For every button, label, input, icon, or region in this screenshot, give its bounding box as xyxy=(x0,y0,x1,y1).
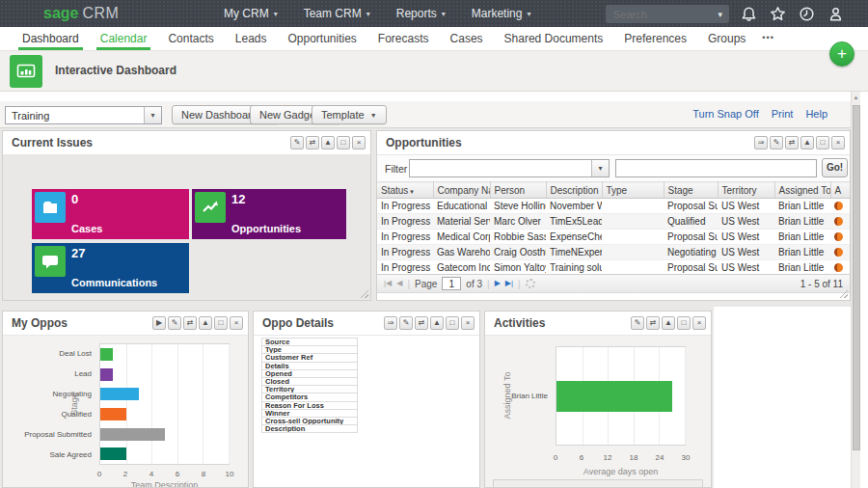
scroll-up-arrow[interactable]: ▲ xyxy=(852,92,860,104)
bell-icon[interactable] xyxy=(741,6,757,22)
chevron-down-icon[interactable]: ▾ xyxy=(591,160,609,176)
table-row[interactable]: In ProgressEducational S...Steve Holling… xyxy=(377,199,850,214)
tab-dashboard[interactable]: Dashboard xyxy=(12,27,90,50)
refresh-icon[interactable] xyxy=(526,279,535,288)
column-header-company-name[interactable]: Company Name xyxy=(433,182,490,199)
close-icon[interactable]: × xyxy=(352,136,366,149)
vertical-scrollbar[interactable]: ▲ xyxy=(851,92,860,488)
tab-preferences[interactable]: Preferences xyxy=(613,27,697,50)
go-button[interactable]: Go! xyxy=(822,158,848,177)
close-icon[interactable]: × xyxy=(692,316,706,330)
tab-opportunities[interactable]: Opportunities xyxy=(277,27,366,50)
collapse-icon[interactable]: ▲ xyxy=(662,316,675,330)
tile-cases[interactable]: 0Cases xyxy=(32,189,189,239)
prev-page-icon[interactable]: ◀ xyxy=(396,279,402,288)
collapse-icon[interactable]: ▲ xyxy=(199,316,212,330)
edit-icon[interactable]: ✎ xyxy=(631,316,644,330)
drill-icon[interactable]: ⇒ xyxy=(754,136,768,149)
tick-label: 0 xyxy=(554,453,557,462)
clock-icon[interactable] xyxy=(799,6,815,22)
play-icon[interactable]: ▶ xyxy=(152,316,166,330)
maximize-icon[interactable]: □ xyxy=(816,136,829,149)
certainty-icon xyxy=(834,202,843,210)
user-icon[interactable] xyxy=(827,6,844,22)
maximize-icon[interactable]: □ xyxy=(677,316,691,330)
tab-overflow-icon[interactable]: ••• xyxy=(756,27,779,50)
table-row[interactable]: In ProgressMedical Corp....Robbie Sasser… xyxy=(377,230,850,245)
refresh-icon[interactable]: ⇄ xyxy=(183,316,197,330)
edit-icon[interactable]: ✎ xyxy=(399,316,413,330)
column-header-status[interactable]: Status ▾ xyxy=(377,182,433,199)
tile-communications[interactable]: 27Communications xyxy=(32,243,189,293)
menu-team-crm[interactable]: Team CRM▾ xyxy=(304,7,370,20)
column-header-territory[interactable]: Territory xyxy=(718,182,774,199)
close-icon[interactable]: × xyxy=(831,136,845,149)
search-box[interactable]: ▾ xyxy=(606,5,729,23)
collapse-icon[interactable]: ▲ xyxy=(430,316,444,330)
maximize-icon[interactable]: □ xyxy=(337,136,350,149)
column-header-type[interactable]: Type xyxy=(602,182,664,199)
refresh-icon[interactable]: ⇄ xyxy=(306,136,319,149)
table-cell: Proposal Sub... xyxy=(664,199,718,214)
bar-proposal-submitted[interactable] xyxy=(100,428,165,441)
column-header-stage[interactable]: Stage xyxy=(664,182,718,199)
link-turn-snap-off[interactable]: Turn Snap Off xyxy=(692,108,758,120)
bar-brian-little[interactable] xyxy=(556,381,672,412)
menu-reports[interactable]: Reports▾ xyxy=(396,7,446,20)
dashboard-select[interactable]: Training ▾ xyxy=(5,106,162,124)
column-header-assigned-to[interactable]: Assigned To xyxy=(774,182,830,199)
menu-my-crm[interactable]: My CRM▾ xyxy=(224,7,278,20)
bar-qualified[interactable] xyxy=(100,408,126,420)
last-page-icon[interactable]: ▶| xyxy=(505,279,513,288)
column-header-person[interactable]: Person xyxy=(490,182,546,199)
bar-sale-agreed[interactable] xyxy=(100,447,126,460)
next-page-icon[interactable]: ▶ xyxy=(495,279,501,288)
refresh-icon[interactable]: ⇄ xyxy=(646,316,660,330)
table-row[interactable]: In ProgressMaterial Servi...Marc OlverTi… xyxy=(377,214,850,230)
scrollbar-thumb[interactable] xyxy=(853,105,860,450)
collapse-icon[interactable]: ▲ xyxy=(800,136,814,149)
table-cell: Brian Little xyxy=(774,199,830,214)
edit-icon[interactable]: ✎ xyxy=(168,316,181,330)
tile-opportunities[interactable]: 12Opportunities xyxy=(192,189,346,239)
filter-select[interactable]: ▾ xyxy=(409,159,610,177)
search-input[interactable] xyxy=(606,9,711,20)
tab-contacts[interactable]: Contacts xyxy=(157,27,224,50)
edit-icon[interactable]: ✎ xyxy=(290,136,304,149)
bar-deal-lost[interactable] xyxy=(100,348,113,361)
refresh-icon[interactable]: ⇄ xyxy=(415,316,428,330)
table-row[interactable]: In ProgressGas Warehou...Craig Oosthui..… xyxy=(377,245,850,260)
close-icon[interactable]: × xyxy=(230,316,243,330)
add-gadget-button[interactable]: + xyxy=(829,41,854,67)
chevron-down-icon[interactable]: ▾ xyxy=(711,10,729,19)
tab-shared-documents[interactable]: Shared Documents xyxy=(494,27,614,50)
refresh-icon[interactable]: ⇄ xyxy=(785,136,799,149)
maximize-icon[interactable]: □ xyxy=(446,316,459,330)
star-icon[interactable] xyxy=(770,6,786,22)
chevron-down-icon[interactable]: ▾ xyxy=(144,107,161,123)
column-header-a[interactable]: A xyxy=(830,182,850,199)
certainty-icon xyxy=(834,217,843,226)
maximize-icon[interactable]: □ xyxy=(214,316,228,330)
first-page-icon[interactable]: |◀ xyxy=(384,279,392,288)
link-help[interactable]: Help xyxy=(805,108,827,120)
tab-groups[interactable]: Groups xyxy=(697,27,756,50)
drill-icon[interactable]: ⇒ xyxy=(384,316,397,330)
edit-icon[interactable]: ✎ xyxy=(770,136,783,149)
tab-leads[interactable]: Leads xyxy=(225,27,278,50)
table-cell: Brian Little xyxy=(774,230,830,245)
link-print[interactable]: Print xyxy=(772,108,794,120)
collapse-icon[interactable]: ▲ xyxy=(321,136,335,149)
menu-marketing[interactable]: Marketing▾ xyxy=(472,7,531,20)
page-number-input[interactable] xyxy=(442,277,461,290)
tab-cases[interactable]: Cases xyxy=(440,27,494,50)
bar-negotiating[interactable] xyxy=(100,388,139,400)
table-cell: In Progress xyxy=(377,245,433,260)
tab-forecasts[interactable]: Forecasts xyxy=(367,27,440,50)
bar-lead[interactable] xyxy=(100,368,113,381)
tab-calendar[interactable]: Calendar xyxy=(90,27,158,50)
column-header-description[interactable]: Description xyxy=(546,182,602,199)
filter-input[interactable] xyxy=(615,159,817,177)
close-icon[interactable]: × xyxy=(461,316,475,330)
template-button[interactable]: Template▼ xyxy=(312,105,387,124)
